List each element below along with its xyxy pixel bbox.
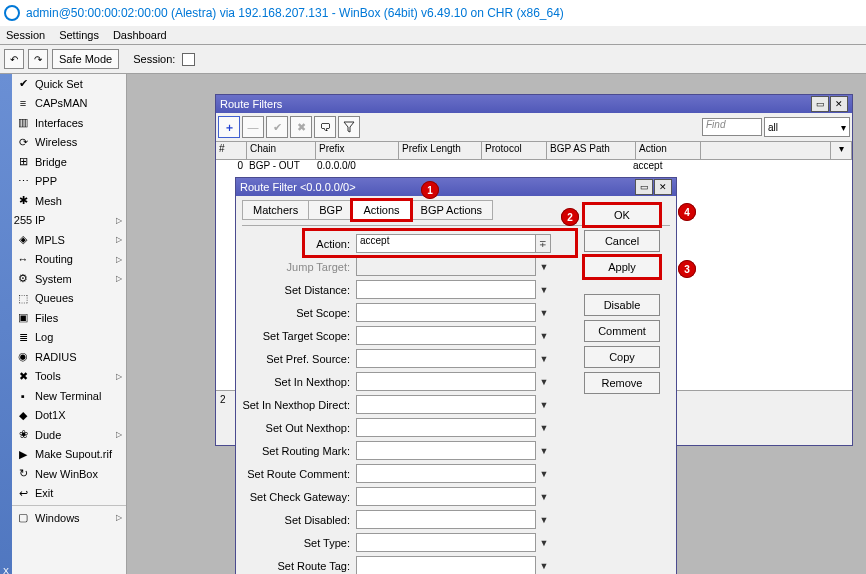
minimize-icon[interactable]: ▭: [811, 96, 829, 112]
sidebar-collapse-handle[interactable]: X: [0, 74, 12, 574]
expand-icon[interactable]: ▼: [536, 395, 552, 414]
expand-icon[interactable]: ▼: [536, 280, 552, 299]
field-input-target_scope[interactable]: [356, 326, 536, 345]
sidebar-item-log[interactable]: ≣Log: [12, 328, 126, 348]
apply-button[interactable]: Apply: [584, 256, 660, 278]
col-protocol[interactable]: Protocol: [482, 142, 547, 159]
undo-button[interactable]: ↶: [4, 49, 24, 69]
sidebar-item-mesh[interactable]: ✱Mesh: [12, 191, 126, 211]
submenu-icon: ▷: [116, 235, 122, 244]
redo-button[interactable]: ↷: [28, 49, 48, 69]
expand-icon[interactable]: ▼: [536, 533, 552, 552]
comment-button[interactable]: Comment: [584, 320, 660, 342]
disable-button[interactable]: ✖: [290, 116, 312, 138]
expand-icon[interactable]: ▼: [536, 441, 552, 460]
field-input-scope[interactable]: [356, 303, 536, 322]
field-input-check_gateway[interactable]: [356, 487, 536, 506]
menu-session[interactable]: Session: [6, 29, 45, 41]
sidebar-item-system[interactable]: ⚙System▷: [12, 269, 126, 289]
menu-settings[interactable]: Settings: [59, 29, 99, 41]
window-title: Route Filters: [220, 98, 282, 110]
col-chain[interactable]: Chain: [247, 142, 316, 159]
close-icon[interactable]: ✕: [830, 96, 848, 112]
field-input-action[interactable]: accept: [356, 234, 536, 253]
field-input-in_nexthop[interactable]: [356, 372, 536, 391]
menu-dashboard[interactable]: Dashboard: [113, 29, 167, 41]
sidebar-item-dot1x[interactable]: ◆Dot1X: [12, 406, 126, 426]
col-prefixlen[interactable]: Prefix Length: [399, 142, 482, 159]
expand-icon[interactable]: ▼: [536, 556, 552, 574]
ok-button[interactable]: OK: [584, 204, 660, 226]
cancel-button[interactable]: Cancel: [584, 230, 660, 252]
sidebar-item-tools[interactable]: ✖Tools▷: [12, 367, 126, 387]
expand-icon[interactable]: ▼: [536, 418, 552, 437]
col-num[interactable]: #: [216, 142, 247, 159]
field-input-routing_mark[interactable]: [356, 441, 536, 460]
close-icon[interactable]: ✕: [654, 179, 672, 195]
sidebar-item-make-supout-rif[interactable]: ▶Make Supout.rif: [12, 445, 126, 465]
sidebar-item-queues[interactable]: ⬚Queues: [12, 289, 126, 309]
sidebar-item-files[interactable]: ▣Files: [12, 308, 126, 328]
field-input-out_nexthop[interactable]: [356, 418, 536, 437]
sidebar-item-ppp[interactable]: ⋯PPP: [12, 172, 126, 192]
expand-icon[interactable]: ▼: [536, 303, 552, 322]
sidebar-item-interfaces[interactable]: ▥Interfaces: [12, 113, 126, 133]
field-input-route_comment[interactable]: [356, 464, 536, 483]
filter-scope-select[interactable]: all: [764, 117, 850, 137]
expand-icon[interactable]: ▼: [536, 349, 552, 368]
expand-icon[interactable]: ▼: [536, 464, 552, 483]
sidebar-item-bridge[interactable]: ⊞Bridge: [12, 152, 126, 172]
expand-icon[interactable]: ▼: [536, 510, 552, 529]
tab-actions[interactable]: Actions: [352, 200, 410, 220]
enable-button[interactable]: ✔: [266, 116, 288, 138]
comment-button[interactable]: 🗨: [314, 116, 336, 138]
sidebar-item-capsman[interactable]: ≡CAPsMAN: [12, 94, 126, 114]
tab-bgp[interactable]: BGP: [308, 200, 353, 220]
remove-button[interactable]: —: [242, 116, 264, 138]
disable-button[interactable]: Disable: [584, 294, 660, 316]
safe-mode-button[interactable]: Safe Mode: [52, 49, 119, 69]
nav-label: System: [35, 273, 72, 285]
tab-bgp-actions[interactable]: BGP Actions: [410, 200, 494, 220]
add-button[interactable]: ＋: [218, 116, 240, 138]
route-filters-toolbar: ＋ — ✔ ✖ 🗨 Find all: [216, 113, 852, 142]
sidebar-item-exit[interactable]: ↩Exit: [12, 484, 126, 504]
minimize-icon[interactable]: ▭: [635, 179, 653, 195]
expand-icon[interactable]: ▼: [536, 372, 552, 391]
field-input-type[interactable]: [356, 533, 536, 552]
expand-icon[interactable]: ▼: [536, 326, 552, 345]
field-input-disabled[interactable]: [356, 510, 536, 529]
col-bgp-as-path[interactable]: BGP AS Path: [547, 142, 636, 159]
dropdown-icon[interactable]: ∓: [536, 234, 551, 253]
sidebar-item-windows[interactable]: ▢Windows▷: [12, 508, 126, 528]
expand-icon[interactable]: ▼: [536, 487, 552, 506]
sidebar-item-new-winbox[interactable]: ↻New WinBox: [12, 464, 126, 484]
field-label-target_scope: Set Target Scope:: [242, 330, 356, 342]
field-label-scope: Set Scope:: [242, 307, 356, 319]
field-input-distance[interactable]: [356, 280, 536, 299]
window-titlebar[interactable]: Route Filters ▭ ✕: [216, 95, 852, 113]
sidebar-item-dude[interactable]: ❀Dude▷: [12, 425, 126, 445]
col-menu-icon[interactable]: ▾: [831, 142, 852, 159]
session-checkbox[interactable]: [182, 53, 195, 66]
sidebar-item-routing[interactable]: ↔Routing▷: [12, 250, 126, 270]
tab-matchers[interactable]: Matchers: [242, 200, 309, 220]
field-input-pref_source[interactable]: [356, 349, 536, 368]
sidebar-item-new-terminal[interactable]: ▪New Terminal: [12, 386, 126, 406]
field-input-in_nexthop_direct[interactable]: [356, 395, 536, 414]
sidebar-item-radius[interactable]: ◉RADIUS: [12, 347, 126, 367]
window-titlebar[interactable]: Route Filter <0.0.0.0/0> ▭ ✕: [236, 178, 676, 196]
sidebar-item-quick-set[interactable]: ✔Quick Set: [12, 74, 126, 94]
find-input[interactable]: Find: [702, 118, 762, 136]
table-row[interactable]: 0 BGP - OUT 0.0.0.0/0 accept: [216, 160, 852, 176]
sidebar-item-mpls[interactable]: ◈MPLS▷: [12, 230, 126, 250]
sidebar-item-ip[interactable]: 255IP▷: [12, 211, 126, 231]
col-prefix[interactable]: Prefix: [316, 142, 399, 159]
filter-button[interactable]: [338, 116, 360, 138]
sidebar-item-wireless[interactable]: ⟳Wireless: [12, 133, 126, 153]
col-action[interactable]: Action: [636, 142, 701, 159]
remove-button[interactable]: Remove: [584, 372, 660, 394]
field-input-route_tag[interactable]: [356, 556, 536, 574]
copy-button[interactable]: Copy: [584, 346, 660, 368]
expand-icon[interactable]: ▼: [536, 257, 552, 276]
